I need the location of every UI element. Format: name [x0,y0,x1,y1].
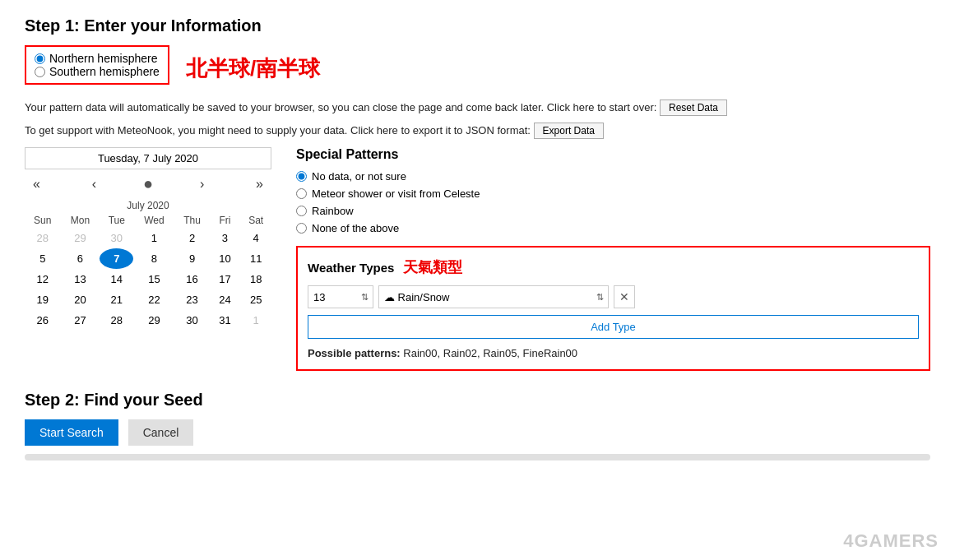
calendar-day[interactable]: 19 [25,289,61,310]
special-pattern-0[interactable]: No data, or not sure [296,170,930,183]
calendar-day[interactable]: 1 [240,310,271,331]
info-line-1: Your pattern data will automatically be … [25,100,930,116]
weather-types-title: Weather Types 天氣類型 [308,257,919,277]
weather-types-box: Weather Types 天氣類型 13 ☁ Rain/Snow ✕ Add … [296,246,930,371]
calendar-day[interactable]: 16 [174,269,209,289]
calendar-week-3: 19202122232425 [25,289,271,310]
scrollbar[interactable] [25,454,930,460]
calendar-day[interactable]: 5 [25,248,61,269]
chinese-hemisphere-title: 北半球/南半球 [186,54,320,83]
watermark: 4GAMERS [843,530,939,552]
step2-title: Step 2: Find your Seed [25,391,930,410]
date-input[interactable] [25,147,271,169]
hemisphere-group: Northern hemisphere Southern hemisphere [25,45,169,85]
calendar-day[interactable]: 24 [210,289,241,310]
day-header-sun: Sun [25,213,61,228]
southern-radio[interactable] [35,67,45,77]
type-select-wrapper: ☁ Rain/Snow [378,285,609,308]
southern-radio-label[interactable]: Southern hemisphere [35,65,160,78]
calendar-day[interactable]: 3 [210,228,241,248]
nav-prev-year[interactable]: « [28,175,45,193]
day-header-tue: Tue [100,213,133,228]
calendar-day[interactable]: 29 [61,228,100,248]
special-pattern-label-0: No data, or not sure [312,170,406,183]
nav-next-year[interactable]: » [251,175,268,193]
step2: Step 2: Find your Seed Start Search Canc… [25,391,930,446]
calendar-day[interactable]: 29 [133,310,174,331]
calendar-day[interactable]: 27 [61,310,100,331]
special-patterns-title: Special Patterns [296,147,930,162]
reset-data-button[interactable]: Reset Data [660,100,727,116]
calendar-day[interactable]: 13 [61,269,100,289]
calendar-day[interactable]: 30 [174,310,209,331]
calendar-day[interactable]: 28 [100,310,133,331]
calendar-day[interactable]: 23 [174,289,209,310]
special-pattern-radio-0[interactable] [296,171,307,182]
start-search-button[interactable]: Start Search [25,419,118,446]
calendar-day[interactable]: 18 [240,269,271,289]
calendar-week-1: 567891011 [25,248,271,269]
calendar-day[interactable]: 31 [210,310,241,331]
calendar-day[interactable]: 28 [25,228,61,248]
calendar-nav: « ‹ ● › » [25,174,271,193]
calendar-day[interactable]: 1 [133,228,174,248]
calendar-day[interactable]: 15 [133,269,174,289]
special-pattern-label-3: None of the above [312,222,399,234]
possible-patterns: Possible patterns: Rain00, Rain02, Rain0… [308,347,919,359]
southern-label: Southern hemisphere [49,65,160,78]
type-select[interactable]: ☁ Rain/Snow [378,285,609,308]
right-panel: Special Patterns No data, or not sureMet… [296,147,930,371]
calendar-week-0: 2829301234 [25,228,271,248]
calendar-table: July 2020 SunMonTueWedThuFriSat 28293012… [25,198,271,331]
special-pattern-label-2: Rainbow [312,205,354,217]
northern-label: Northern hemisphere [49,52,158,65]
weather-row: 13 ☁ Rain/Snow ✕ [308,285,919,308]
calendar-day[interactable]: 25 [240,289,271,310]
info-line-2: To get support with MeteoNook, you might… [25,123,930,139]
northern-radio[interactable] [35,53,45,64]
day-header-wed: Wed [133,213,174,228]
calendar-day[interactable]: 26 [25,310,61,331]
calendar-day[interactable]: 14 [100,269,133,289]
calendar-day[interactable]: 12 [25,269,61,289]
special-pattern-label-1: Meteor shower or visit from Celeste [312,187,480,200]
moon-icon: ● [143,174,153,193]
nav-prev-month[interactable]: ‹ [87,175,101,193]
calendar-day[interactable]: 17 [210,269,241,289]
step1-title: Step 1: Enter your Information [25,16,930,35]
hour-select-wrapper: 13 [308,285,373,308]
cancel-button[interactable]: Cancel [128,419,194,446]
calendar-day[interactable]: 20 [61,289,100,310]
export-data-button[interactable]: Export Data [534,123,604,139]
calendar-day[interactable]: 30 [100,228,133,248]
calendar-day[interactable]: 4 [240,228,271,248]
day-header-fri: Fri [210,213,241,228]
day-header-mon: Mon [61,213,100,228]
remove-type-button[interactable]: ✕ [614,285,635,308]
special-pattern-3[interactable]: None of the above [296,222,930,234]
special-pattern-radio-2[interactable] [296,206,307,216]
add-type-button[interactable]: Add Type [308,315,919,339]
day-header-thu: Thu [174,213,209,228]
special-pattern-radio-1[interactable] [296,188,307,199]
day-header-sat: Sat [240,213,271,228]
calendar-week-4: 2627282930311 [25,310,271,331]
calendar-day[interactable]: 22 [133,289,174,310]
calendar-day[interactable]: 21 [100,289,133,310]
calendar: « ‹ ● › » July 2020 SunMonTueWedThuFriSa… [25,147,271,371]
calendar-day[interactable]: 7 [100,248,133,269]
calendar-day[interactable]: 10 [210,248,241,269]
northern-radio-label[interactable]: Northern hemisphere [35,52,160,65]
calendar-day[interactable]: 2 [174,228,209,248]
special-pattern-1[interactable]: Meteor shower or visit from Celeste [296,187,930,200]
calendar-month-title: July 2020 [25,198,271,213]
nav-next-month[interactable]: › [195,175,209,193]
calendar-day[interactable]: 9 [174,248,209,269]
calendar-day[interactable]: 6 [61,248,100,269]
special-pattern-2[interactable]: Rainbow [296,205,930,217]
hour-select[interactable]: 13 [308,285,373,308]
special-pattern-radio-3[interactable] [296,223,307,234]
calendar-day[interactable]: 11 [240,248,271,269]
calendar-week-2: 12131415161718 [25,269,271,289]
calendar-day[interactable]: 8 [133,248,174,269]
